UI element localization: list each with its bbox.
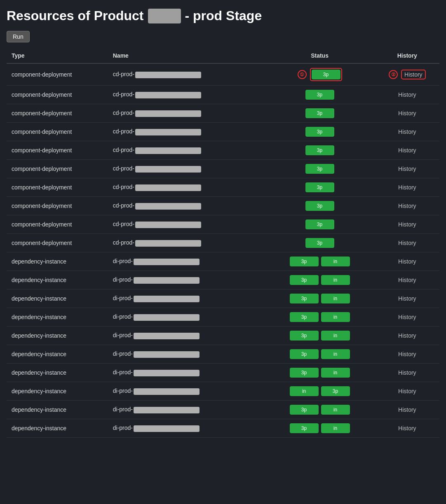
status-button[interactable]: 3p <box>290 423 319 433</box>
name-prefix: cd-prod- <box>113 239 134 246</box>
cell-history: History <box>375 271 439 289</box>
status-button[interactable]: in <box>321 331 350 341</box>
history-button[interactable]: History <box>395 368 420 378</box>
cell-status: in3p <box>265 382 375 401</box>
cell-history: History <box>375 123 439 141</box>
name-redacted <box>134 370 200 376</box>
cell-type: component-deployment <box>7 160 108 178</box>
history-button[interactable]: History <box>395 405 420 415</box>
cell-history: History <box>375 345 439 364</box>
status-button[interactable]: in <box>321 368 350 378</box>
status-button[interactable]: 3p <box>290 257 319 266</box>
cell-history: History <box>375 234 439 252</box>
status-button[interactable]: in <box>321 405 350 415</box>
cell-history: History <box>375 252 439 271</box>
status-buttons-group: 3p <box>270 108 370 118</box>
name-redacted <box>135 203 201 210</box>
col-header-status: Status <box>265 48 375 63</box>
history-button[interactable]: History <box>395 386 420 396</box>
cell-name: di-prod- <box>108 419 265 438</box>
status-button[interactable]: 3p <box>305 182 334 192</box>
cell-name: di-prod- <box>108 308 265 327</box>
run-button[interactable]: Run <box>7 31 30 42</box>
name-prefix: cd-prod- <box>113 110 134 116</box>
history-button[interactable]: History <box>395 331 420 341</box>
history-button[interactable]: History <box>395 90 420 100</box>
history-button[interactable]: History <box>395 145 420 155</box>
status-button[interactable]: 3p <box>290 331 319 341</box>
history-button[interactable]: History <box>395 238 420 248</box>
status-buttons-group: 3p <box>270 145 370 155</box>
name-prefix: di-prod- <box>113 350 133 357</box>
cell-status: 3pin <box>265 327 375 345</box>
status-buttons-group: 3p <box>270 164 370 174</box>
status-button[interactable]: 3p <box>305 127 334 137</box>
history-button[interactable]: History <box>395 275 420 285</box>
history-button[interactable]: History <box>395 219 420 229</box>
status-button[interactable]: 3p <box>290 405 319 415</box>
history-button[interactable]: History <box>395 201 420 211</box>
status-button[interactable]: 3p <box>290 349 319 359</box>
history-button[interactable]: History <box>395 349 420 359</box>
status-button[interactable]: 3p <box>305 201 334 211</box>
status-buttons-group: 3pin <box>270 349 370 359</box>
status-button[interactable]: 3p <box>290 368 319 378</box>
status-button[interactable]: 3p <box>290 312 319 322</box>
status-button[interactable]: in <box>290 386 319 396</box>
history-button[interactable]: History <box>395 164 420 174</box>
cell-status: 3pin <box>265 345 375 364</box>
history-button[interactable]: History <box>395 257 420 266</box>
status-buttons-group: 3p <box>270 182 370 192</box>
table-row: component-deploymentcd-prod-3pHistory <box>7 104 439 123</box>
status-button[interactable]: in <box>321 257 350 266</box>
history-button[interactable]: History <box>395 423 420 433</box>
history-button[interactable]: History <box>395 127 420 137</box>
status-button[interactable]: in <box>321 294 350 303</box>
status-button[interactable]: 3p <box>305 238 334 248</box>
cell-status: 3pin <box>265 419 375 438</box>
history-button[interactable]: History <box>395 312 420 322</box>
table-row: component-deploymentcd-prod-3pHistory <box>7 160 439 178</box>
table-row: component-deploymentcd-prod-3pHistory <box>7 234 439 252</box>
status-buttons-group: 3p <box>270 238 370 248</box>
cell-name: cd-prod- <box>108 86 265 104</box>
status-button[interactable]: 3p <box>290 294 319 303</box>
status-button[interactable]: in <box>321 312 350 322</box>
status-button[interactable]: 3p <box>290 275 319 285</box>
history-button[interactable]: History <box>395 294 420 303</box>
name-prefix: cd-prod- <box>113 202 134 209</box>
annotation-2: ② <box>389 70 398 79</box>
cell-name: di-prod- <box>108 289 265 308</box>
status-button[interactable]: 3p <box>305 145 334 155</box>
table-row: component-deploymentcd-prod-①3p②History <box>7 63 439 86</box>
cell-name: di-prod- <box>108 252 265 271</box>
table-row: component-deploymentcd-prod-3pHistory <box>7 141 439 160</box>
cell-status: 3p <box>265 141 375 160</box>
cell-history: History <box>375 104 439 123</box>
status-buttons-group: 3pin <box>270 331 370 341</box>
status-button[interactable]: in <box>321 423 350 433</box>
cell-type: dependency-instance <box>7 308 108 327</box>
name-prefix: di-prod- <box>113 425 133 431</box>
history-button[interactable]: History <box>395 182 420 192</box>
name-redacted <box>134 259 200 265</box>
name-prefix: cd-prod- <box>113 221 134 227</box>
cell-status: ①3p <box>265 63 375 86</box>
status-button[interactable]: 3p <box>305 108 334 118</box>
name-redacted <box>134 425 200 432</box>
status-button[interactable]: 3p <box>305 219 334 229</box>
cell-type: component-deployment <box>7 197 108 215</box>
status-button[interactable]: 3p <box>305 90 334 100</box>
name-prefix: di-prod- <box>113 406 133 413</box>
history-highlight[interactable]: History <box>401 70 426 79</box>
cell-name: di-prod- <box>108 382 265 401</box>
cell-history: History <box>375 160 439 178</box>
history-button[interactable]: History <box>395 108 420 118</box>
status-button[interactable]: 3p <box>321 386 350 396</box>
status-button[interactable]: in <box>321 349 350 359</box>
status-button[interactable]: 3p <box>312 70 340 79</box>
name-redacted <box>135 92 201 98</box>
name-prefix: di-prod- <box>113 276 133 283</box>
status-button[interactable]: 3p <box>305 164 334 174</box>
status-button[interactable]: in <box>321 275 350 285</box>
